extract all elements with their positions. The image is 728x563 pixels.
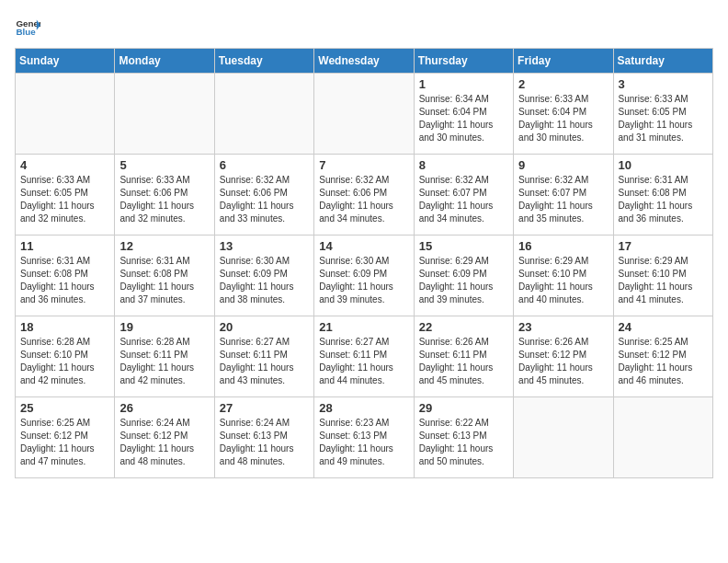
day-number: 10: [619, 158, 708, 172]
day-number: 27: [220, 401, 309, 415]
day-number: 22: [419, 320, 508, 334]
day-info: Sunrise: 6:27 AM Sunset: 6:11 PM Dayligh…: [220, 336, 309, 387]
calendar-cell: 27Sunrise: 6:24 AM Sunset: 6:13 PM Dayli…: [214, 397, 313, 478]
calendar-cell: 21Sunrise: 6:27 AM Sunset: 6:11 PM Dayli…: [314, 316, 414, 397]
logo-icon: General Blue: [15, 15, 40, 40]
calendar-cell: 1Sunrise: 6:34 AM Sunset: 6:04 PM Daylig…: [414, 74, 513, 155]
calendar-cell: 7Sunrise: 6:32 AM Sunset: 6:06 PM Daylig…: [314, 155, 414, 236]
day-number: 6: [220, 158, 309, 172]
day-number: 20: [220, 320, 309, 334]
calendar-cell: 24Sunrise: 6:25 AM Sunset: 6:12 PM Dayli…: [613, 316, 712, 397]
day-number: 28: [319, 401, 408, 415]
day-info: Sunrise: 6:31 AM Sunset: 6:08 PM Dayligh…: [619, 174, 708, 225]
day-number: 18: [20, 320, 109, 334]
day-info: Sunrise: 6:24 AM Sunset: 6:12 PM Dayligh…: [119, 417, 209, 468]
day-header-friday: Friday: [514, 49, 613, 74]
calendar-cell: 19Sunrise: 6:28 AM Sunset: 6:11 PM Dayli…: [115, 316, 214, 397]
day-info: Sunrise: 6:33 AM Sunset: 6:05 PM Dayligh…: [619, 93, 708, 144]
day-number: 8: [419, 158, 508, 172]
calendar-cell: 25Sunrise: 6:25 AM Sunset: 6:12 PM Dayli…: [16, 397, 115, 478]
calendar-cell: 10Sunrise: 6:31 AM Sunset: 6:08 PM Dayli…: [613, 155, 712, 236]
day-info: Sunrise: 6:26 AM Sunset: 6:11 PM Dayligh…: [419, 336, 508, 387]
calendar-cell: 29Sunrise: 6:22 AM Sunset: 6:13 PM Dayli…: [414, 397, 513, 478]
calendar-cell: 28Sunrise: 6:23 AM Sunset: 6:13 PM Dayli…: [314, 397, 414, 478]
calendar-cell: 8Sunrise: 6:32 AM Sunset: 6:07 PM Daylig…: [414, 155, 513, 236]
logo: General Blue: [15, 15, 40, 40]
day-number: 24: [619, 320, 708, 334]
day-number: 7: [319, 158, 408, 172]
day-info: Sunrise: 6:29 AM Sunset: 6:09 PM Dayligh…: [419, 255, 508, 306]
calendar-cell: 15Sunrise: 6:29 AM Sunset: 6:09 PM Dayli…: [414, 236, 513, 316]
day-info: Sunrise: 6:29 AM Sunset: 6:10 PM Dayligh…: [619, 255, 708, 306]
calendar-cell: 14Sunrise: 6:30 AM Sunset: 6:09 PM Dayli…: [314, 236, 414, 316]
day-info: Sunrise: 6:28 AM Sunset: 6:11 PM Dayligh…: [119, 336, 209, 387]
day-info: Sunrise: 6:29 AM Sunset: 6:10 PM Dayligh…: [518, 255, 608, 306]
day-info: Sunrise: 6:30 AM Sunset: 6:09 PM Dayligh…: [319, 255, 408, 306]
calendar-cell: 4Sunrise: 6:33 AM Sunset: 6:05 PM Daylig…: [16, 155, 115, 236]
day-info: Sunrise: 6:26 AM Sunset: 6:12 PM Dayligh…: [518, 336, 608, 387]
day-number: 17: [619, 239, 708, 253]
day-number: 2: [518, 77, 608, 91]
day-number: 3: [619, 77, 708, 91]
calendar-cell: [115, 74, 214, 155]
calendar-cell: 5Sunrise: 6:33 AM Sunset: 6:06 PM Daylig…: [115, 155, 214, 236]
calendar-cell: 26Sunrise: 6:24 AM Sunset: 6:12 PM Dayli…: [115, 397, 214, 478]
day-info: Sunrise: 6:32 AM Sunset: 6:06 PM Dayligh…: [319, 174, 408, 225]
calendar-body: 1Sunrise: 6:34 AM Sunset: 6:04 PM Daylig…: [16, 74, 713, 478]
day-header-monday: Monday: [115, 49, 214, 74]
calendar-cell: 9Sunrise: 6:32 AM Sunset: 6:07 PM Daylig…: [514, 155, 613, 236]
day-info: Sunrise: 6:24 AM Sunset: 6:13 PM Dayligh…: [220, 417, 309, 468]
day-info: Sunrise: 6:32 AM Sunset: 6:07 PM Dayligh…: [518, 174, 608, 225]
day-number: 11: [20, 239, 109, 253]
calendar-cell: 6Sunrise: 6:32 AM Sunset: 6:06 PM Daylig…: [214, 155, 313, 236]
day-header-tuesday: Tuesday: [214, 49, 313, 74]
calendar-header-row: SundayMondayTuesdayWednesdayThursdayFrid…: [16, 49, 713, 74]
svg-text:Blue: Blue: [16, 27, 36, 37]
day-info: Sunrise: 6:30 AM Sunset: 6:09 PM Dayligh…: [220, 255, 309, 306]
calendar-cell: 20Sunrise: 6:27 AM Sunset: 6:11 PM Dayli…: [214, 316, 313, 397]
calendar-cell: 11Sunrise: 6:31 AM Sunset: 6:08 PM Dayli…: [16, 236, 115, 316]
day-number: 21: [319, 320, 408, 334]
calendar-cell: 2Sunrise: 6:33 AM Sunset: 6:04 PM Daylig…: [514, 74, 613, 155]
day-info: Sunrise: 6:31 AM Sunset: 6:08 PM Dayligh…: [119, 255, 209, 306]
calendar-cell: [514, 397, 613, 478]
calendar-cell: 12Sunrise: 6:31 AM Sunset: 6:08 PM Dayli…: [115, 236, 214, 316]
calendar-cell: 16Sunrise: 6:29 AM Sunset: 6:10 PM Dayli…: [514, 236, 613, 316]
day-info: Sunrise: 6:25 AM Sunset: 6:12 PM Dayligh…: [20, 417, 109, 468]
calendar-cell: [314, 74, 414, 155]
day-number: 4: [20, 158, 109, 172]
day-number: 23: [518, 320, 608, 334]
day-header-saturday: Saturday: [613, 49, 712, 74]
day-info: Sunrise: 6:33 AM Sunset: 6:05 PM Dayligh…: [20, 174, 109, 225]
day-number: 5: [119, 158, 209, 172]
calendar-cell: 18Sunrise: 6:28 AM Sunset: 6:10 PM Dayli…: [16, 316, 115, 397]
calendar-week-1: 1Sunrise: 6:34 AM Sunset: 6:04 PM Daylig…: [16, 74, 713, 155]
calendar-cell: 22Sunrise: 6:26 AM Sunset: 6:11 PM Dayli…: [414, 316, 513, 397]
calendar-cell: 23Sunrise: 6:26 AM Sunset: 6:12 PM Dayli…: [514, 316, 613, 397]
day-info: Sunrise: 6:25 AM Sunset: 6:12 PM Dayligh…: [619, 336, 708, 387]
day-number: 12: [119, 239, 209, 253]
calendar-cell: [613, 397, 712, 478]
calendar-table: SundayMondayTuesdayWednesdayThursdayFrid…: [15, 48, 713, 478]
day-info: Sunrise: 6:31 AM Sunset: 6:08 PM Dayligh…: [20, 255, 109, 306]
day-number: 13: [220, 239, 309, 253]
day-info: Sunrise: 6:33 AM Sunset: 6:06 PM Dayligh…: [119, 174, 209, 225]
day-info: Sunrise: 6:32 AM Sunset: 6:07 PM Dayligh…: [419, 174, 508, 225]
day-number: 25: [20, 401, 109, 415]
calendar-cell: 17Sunrise: 6:29 AM Sunset: 6:10 PM Dayli…: [613, 236, 712, 316]
calendar-cell: 13Sunrise: 6:30 AM Sunset: 6:09 PM Dayli…: [214, 236, 313, 316]
calendar-week-5: 25Sunrise: 6:25 AM Sunset: 6:12 PM Dayli…: [16, 397, 713, 478]
day-info: Sunrise: 6:32 AM Sunset: 6:06 PM Dayligh…: [220, 174, 309, 225]
page-header: General Blue: [15, 15, 713, 40]
day-info: Sunrise: 6:23 AM Sunset: 6:13 PM Dayligh…: [319, 417, 408, 468]
day-number: 1: [419, 77, 508, 91]
day-header-sunday: Sunday: [16, 49, 115, 74]
calendar-week-3: 11Sunrise: 6:31 AM Sunset: 6:08 PM Dayli…: [16, 236, 713, 316]
day-number: 9: [518, 158, 608, 172]
day-header-thursday: Thursday: [414, 49, 513, 74]
day-info: Sunrise: 6:28 AM Sunset: 6:10 PM Dayligh…: [20, 336, 109, 387]
day-number: 16: [518, 239, 608, 253]
day-number: 14: [319, 239, 408, 253]
day-info: Sunrise: 6:33 AM Sunset: 6:04 PM Dayligh…: [518, 93, 608, 144]
calendar-cell: 3Sunrise: 6:33 AM Sunset: 6:05 PM Daylig…: [613, 74, 712, 155]
